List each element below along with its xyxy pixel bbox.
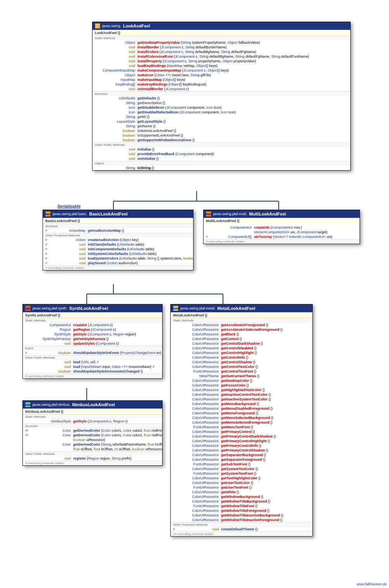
method-row[interactable]: ColorUIResource getControl () <box>171 337 312 341</box>
method-row[interactable]: ColorUIResource getAcceleratorForeground… <box>171 323 312 327</box>
method-row[interactable]: ColorUIResource getInactiveControlTextCo… <box>171 392 312 397</box>
method-row[interactable]: ColorUIResource getWindowTitleBackground… <box>171 499 312 504</box>
method-row[interactable]: FontUIResource getWindowTitleFont () <box>171 504 312 508</box>
constructor[interactable]: BasicLookAndFeel () <box>43 218 193 224</box>
method-row[interactable]: ColorUIResource getWindowTitleForeground… <box>171 508 312 513</box>
method-row[interactable]: boolean isSupportedLookAndFeel () <box>93 133 350 138</box>
method-row[interactable]: void installColors (JComponent c, String… <box>93 50 350 54</box>
method-row[interactable]: ColorUIResource getHighlightedTextColor … <box>171 388 312 392</box>
method-row[interactable]: # void initClassDefaults (UIDefaults tab… <box>43 242 193 247</box>
method-row[interactable]: # void loadSystemColors (UIDefaults tabl… <box>43 256 193 261</box>
method-row[interactable]: # ComponentUI[] uisToArray (Vector<? ext… <box>204 234 360 239</box>
method-row[interactable]: void loadKeyBindings (InputMap retMap, O… <box>93 63 350 68</box>
method-row[interactable]: SynthStyleFactory get/setStyleFactory () <box>23 337 162 341</box>
method-row[interactable]: boolean getSupportsWindowDecorations () <box>93 138 350 142</box>
method-row[interactable]: String getDescription () <box>93 101 350 105</box>
method-row[interactable]: ColorUIResource getPrimaryControlInfo () <box>171 443 312 448</box>
method-row[interactable]: ColorUIResource getSeparatorForeground (… <box>171 457 312 462</box>
method-row[interactable]: ColorUIResource getMenuForeground () <box>171 411 312 415</box>
method-row[interactable]: # void createDefaultTheme () <box>171 527 312 532</box>
method-row[interactable]: String toString () <box>93 166 350 170</box>
method-row[interactable]: ColorUIResource getPrimaryControl () <box>171 429 312 434</box>
method-row[interactable]: ColorUIResource getMenuBackground () <box>171 402 312 406</box>
method-row[interactable]: ColorUIResource getMenuSelectedForegroun… <box>171 420 312 425</box>
method-row[interactable]: ColorUIResource getWhite () <box>171 490 312 494</box>
constructor[interactable]: MultiLookAndFeel () <box>204 218 360 224</box>
method-row[interactable]: Region getRegion (JComponent c) <box>23 327 162 332</box>
method-row[interactable]: ColorUIResource getInactiveSystemTextCol… <box>171 397 312 402</box>
method-row[interactable]: NimbusStyle getStyle (JComponent c, Regi… <box>23 419 162 424</box>
method-row[interactable]: Icon getDisabledIcon (JComponent compone… <box>93 105 350 110</box>
method-row[interactable]: Icon getDisabledSelectedIcon (JComponent… <box>93 110 350 115</box>
method-row[interactable]: ColorUIResource getControlDarkShadow () <box>171 341 312 346</box>
method-row[interactable]: LayoutStyle getLayoutStyle () <box>93 119 350 124</box>
method-row[interactable]: boolean shouldUpdateStyleOnAncestorChang… <box>23 369 162 374</box>
method-row[interactable]: UIDefaults getDefaults () <box>93 96 350 101</box>
method-row[interactable]: ColorUIResource getAcceleratorSelectedFo… <box>171 327 312 332</box>
method-row[interactable]: void initialize () <box>93 147 350 152</box>
method-row[interactable]: #f Color getDerivedColor (Color color1, … <box>23 428 162 433</box>
method-row[interactable]: String getName () <box>93 124 350 128</box>
method-row[interactable]: # boolean shouldUpdateStyleOnEvent (Prop… <box>23 350 162 355</box>
method-row[interactable]: void load (InputStream input, Class <?> … <box>23 364 162 369</box>
method-row[interactable]: ColorUIResource getControlInfo () <box>171 355 312 360</box>
method-row[interactable]: void uninitialize () <box>93 156 350 161</box>
method-row[interactable]: ColorUIResource getPrimaryControlDarkSha… <box>171 434 312 439</box>
constructor[interactable]: NimbusLookAndFeel () <box>23 409 162 414</box>
method-row[interactable]: InputMap makeInputMap (Object[] keys) <box>93 77 350 82</box>
method-row[interactable]: void uninstallBorder (JComponent c) <box>93 87 350 91</box>
method-row[interactable]: FontUIResource getSystemTextFont () <box>171 471 312 476</box>
method-row[interactable]: Object getDesktopPropertyValue (String s… <box>93 40 350 45</box>
method-row[interactable]: void register (Region region, String pre… <box>23 456 162 461</box>
method-row[interactable]: void installBorder (JComponent c, String… <box>93 45 350 50</box>
method-row[interactable]: ColorUIResource getWindowTitleInactiveBa… <box>171 513 312 518</box>
method-row[interactable]: ColorUIResource getControlDisabled () <box>171 346 312 350</box>
method-row[interactable]: # Action createAudioAction (Object key) <box>43 238 193 242</box>
class-header[interactable]: nim javax.swing.plaf.nimbus.NimbusLookAn… <box>23 401 162 409</box>
method-row[interactable]: ColorUIResource getControlShadow () <box>171 360 312 364</box>
method-row[interactable]: ColorUIResource getPrimaryControlShadow … <box>171 448 312 453</box>
method-row[interactable]: Object makeIcon (Class <?> baseClass, St… <box>93 73 350 77</box>
method-row[interactable]: SynthStyle getStyle (JComponent c, Regio… <box>23 332 162 337</box>
method-row[interactable]: FontUIResource getControlTextFont () <box>171 369 312 374</box>
method-row[interactable]: ComponentUI createUI (JComponent c) <box>23 323 162 327</box>
method-row[interactable]: boolean isNativeLookAndFeel () <box>93 128 350 133</box>
method-row[interactable]: #f Color getDerivedColor (Color color1, … <box>23 433 162 438</box>
method-row[interactable]: ColorUIResource getSeparatorBackground (… <box>171 453 312 457</box>
method-row[interactable]: MetalTheme get/setCurrentTheme () <box>171 374 312 378</box>
method-row[interactable]: # void playSound (Action audioAction) <box>43 261 193 265</box>
method-row[interactable]: void updateStyles (Component c) <box>23 341 162 346</box>
method-row[interactable]: ColorUIResource getWindowBackground () <box>171 494 312 499</box>
class-header[interactable]: 🔍 javax.swing.LookAndFeel <box>93 22 350 30</box>
method-row[interactable]: ColorUIResource getDesktopColor () <box>171 378 312 383</box>
method-row[interactable]: ColorUIResource getWindowTitleInactiveFo… <box>171 518 312 522</box>
method-row[interactable]: void installProperty (JComponent c, Stri… <box>93 59 350 63</box>
constructor[interactable]: SynthLookAndFeel () <box>23 312 162 318</box>
method-row[interactable]: ColorUIResource getSystemTextColor () <box>171 467 312 471</box>
method-row[interactable]: ColorUIResource getUserTextColor () <box>171 480 312 485</box>
method-row[interactable]: # void initSystemColorDefaults (UIDefaul… <box>43 251 193 256</box>
method-row[interactable]: ColorUIResource getMenuDisabledForegroun… <box>171 406 312 411</box>
method-row[interactable]: FontUIResource getUserTextFont () <box>171 485 312 490</box>
class-header[interactable]: mul javax.swing.plaf.multi.MultiLookAndF… <box>204 210 360 218</box>
method-row[interactable]: ColorUIResource getMenuSelectedBackgroun… <box>171 415 312 420</box>
method-row[interactable]: ColorUIResource getBlack () <box>171 332 312 337</box>
method-row[interactable]: ColorUIResource getTextHighlightColor () <box>171 476 312 480</box>
method-row[interactable]: ColorUIResource getFocusColor () <box>171 383 312 388</box>
method-row[interactable]: void load (URL url) ✗ <box>23 360 162 364</box>
site-link[interactable]: www.falkhausen.de <box>356 582 387 586</box>
method-row[interactable]: ComponentUI createUIs (ComponentUI mui,) <box>204 225 360 230</box>
method-row[interactable]: ComponentInputMap makeComponentInputMap … <box>93 68 350 73</box>
class-header[interactable]: syn javax.swing.plaf.synth.SynthLookAndF… <box>23 304 162 312</box>
method-row[interactable]: ColorUIResource getControlHighlight () <box>171 350 312 355</box>
constructor[interactable]: MetalLookAndFeel () <box>171 312 312 318</box>
method-row[interactable]: # void initComponentDefaults (UIDefaults… <box>43 247 193 251</box>
method-row[interactable]: void installColorsAndFont (JComponent c,… <box>93 54 350 59</box>
method-row[interactable]: KeyBinding[] makeKeyBindings (Object[] k… <box>93 82 350 87</box>
method-row[interactable]: FontUIResource getMenuTextFont () <box>171 425 312 429</box>
method-row[interactable]: Color getDerivedColor (String uiDefaultP… <box>23 442 162 447</box>
class-header[interactable]: bas javax.swing.plaf.basic.BasicLookAndF… <box>43 210 193 218</box>
method-row[interactable]: ColorUIResource getControlTextColor () <box>171 364 312 369</box>
method-row[interactable]: # ActionMap getAudioActionMap () <box>43 228 193 233</box>
method-row[interactable]: ColorUIResource getPrimaryControlHighlig… <box>171 439 312 443</box>
